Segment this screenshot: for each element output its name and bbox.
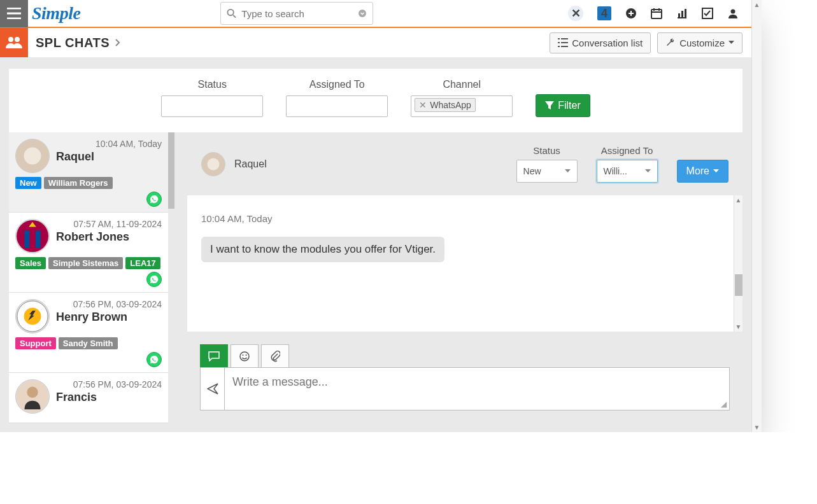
- badge: Sandy Smith: [59, 337, 118, 349]
- whatsapp-icon: [146, 272, 162, 287]
- global-search: [220, 2, 373, 25]
- chat-item[interactable]: 10:04 AM, Today Raquel NewWilliam Rogers: [9, 132, 168, 213]
- app-x-icon[interactable]: ✕: [568, 6, 583, 21]
- conv-assigned-col: Assigned To Willi...: [597, 145, 658, 183]
- badge: Support: [15, 337, 56, 349]
- svg-point-24: [243, 354, 244, 356]
- compose-tabs: [200, 344, 730, 367]
- channel-chip[interactable]: ✕ WhatsApp: [415, 98, 476, 112]
- channel-input[interactable]: ✕ WhatsApp: [411, 95, 513, 117]
- compose-tab-message[interactable]: [200, 344, 228, 367]
- avatar: [15, 219, 50, 253]
- conversation-body: 10:04 AM, Today I want to know the modul…: [187, 195, 742, 332]
- badge: Simple Sistemas: [48, 257, 123, 269]
- svg-point-9: [8, 37, 13, 42]
- compose-tab-attach[interactable]: [261, 344, 289, 367]
- content-area: Status Assigned To Channel ✕ WhatsApp Fi…: [0, 57, 751, 432]
- search-icon: [227, 9, 236, 18]
- list-icon: [558, 38, 568, 47]
- send-icon: [207, 383, 218, 395]
- calendar-icon[interactable]: [651, 8, 662, 19]
- whatsapp-icon: [146, 352, 162, 367]
- checkbox-icon[interactable]: [702, 8, 713, 19]
- chat-time: 07:57 AM, 11-09-2024: [56, 219, 162, 229]
- conversation-name: Raquel: [234, 158, 267, 170]
- customize-button[interactable]: Customize: [657, 32, 742, 53]
- chat-time: 07:56 PM, 03-09-2024: [56, 299, 162, 309]
- compose-tab-emoji[interactable]: [231, 344, 259, 367]
- message-time: 10:04 AM, Today: [201, 213, 728, 224]
- conv-status-select[interactable]: New: [516, 160, 578, 183]
- logo[interactable]: Simple: [28, 3, 87, 24]
- avatar: [15, 299, 50, 333]
- status-input[interactable]: [161, 95, 263, 117]
- badge: William Rogers: [44, 177, 113, 189]
- conv-assigned-label: Assigned To: [601, 145, 653, 156]
- module-bar: SPL CHATS Conversation list Customize: [0, 28, 751, 57]
- search-dropdown-icon[interactable]: [358, 9, 367, 18]
- badges: SalesSimple SistemasLEA17: [15, 257, 162, 269]
- search-input[interactable]: [220, 2, 373, 25]
- conv-assigned-select[interactable]: Willi...: [597, 160, 658, 183]
- module-icon[interactable]: [0, 28, 28, 57]
- menu-hamburger[interactable]: [0, 0, 28, 27]
- chat-item[interactable]: 07:57 AM, 11-09-2024 Robert Jones SalesS…: [9, 213, 168, 293]
- message-bubble: I want to know the modules you offer for…: [201, 237, 444, 262]
- svg-point-1: [359, 10, 366, 17]
- page-title[interactable]: SPL CHATS: [36, 36, 121, 50]
- caret-down-icon: [645, 169, 651, 173]
- assigned-input[interactable]: [286, 95, 388, 117]
- chat-name: Francis: [56, 391, 162, 404]
- notification-count[interactable]: 4: [597, 6, 611, 20]
- compose-input[interactable]: [225, 368, 718, 410]
- svg-point-25: [246, 354, 247, 356]
- more-button[interactable]: More: [677, 160, 728, 183]
- svg-rect-14: [24, 230, 29, 248]
- conversation-panel: Raquel Status New Assigned To: [187, 132, 742, 423]
- chat-item[interactable]: 07:56 PM, 03-09-2024 Henry Brown Support…: [9, 293, 168, 373]
- svg-point-22: [208, 158, 220, 170]
- conversation-list-button[interactable]: Conversation list: [550, 32, 651, 53]
- badges: SupportSandy Smith: [15, 337, 162, 349]
- avatar: [15, 379, 50, 414]
- svg-rect-15: [36, 230, 41, 248]
- svg-point-12: [24, 148, 41, 165]
- user-icon[interactable]: [727, 8, 739, 19]
- channel-label: Channel: [443, 79, 481, 90]
- resize-handle[interactable]: ◢: [718, 398, 729, 410]
- chat-list: 10:04 AM, Today Raquel NewWilliam Rogers…: [9, 132, 168, 423]
- caret-down-icon: [565, 169, 571, 173]
- chat-time: 07:56 PM, 03-09-2024: [56, 379, 162, 389]
- conv-status-label: Status: [533, 145, 560, 156]
- svg-rect-4: [678, 13, 680, 18]
- status-label: Status: [198, 79, 227, 90]
- avatar: [15, 139, 50, 173]
- svg-point-23: [240, 352, 249, 361]
- chat-name: Robert Jones: [56, 230, 162, 244]
- main-row: 10:04 AM, Today Raquel NewWilliam Rogers…: [0, 132, 751, 432]
- svg-rect-3: [651, 10, 662, 18]
- send-button[interactable]: [201, 368, 225, 410]
- filter-button[interactable]: Filter: [536, 94, 590, 117]
- svg-point-0: [228, 10, 234, 15]
- topbar-actions: ✕ 4: [568, 6, 751, 21]
- hamburger-icon: [7, 8, 21, 19]
- caret-down-icon: [728, 41, 734, 45]
- compose-box: ◢: [200, 367, 730, 410]
- remove-chip-icon[interactable]: ✕: [419, 100, 427, 110]
- logo-text: Simple: [32, 3, 80, 24]
- svg-point-8: [731, 10, 735, 14]
- chat-item[interactable]: 07:56 PM, 03-09-2024 Francis: [9, 373, 168, 423]
- filter-channel: Channel ✕ WhatsApp: [411, 79, 513, 117]
- chat-list-scrollbar[interactable]: [168, 132, 174, 423]
- filter-row: Status Assigned To Channel ✕ WhatsApp Fi…: [9, 69, 742, 132]
- chart-icon[interactable]: [676, 8, 688, 19]
- wrench-icon: [665, 38, 676, 48]
- window-scrollbar[interactable]: ▲ ▼: [751, 0, 762, 432]
- whatsapp-icon: [146, 192, 162, 207]
- conversation-scrollbar[interactable]: ▲ ▼: [734, 195, 742, 332]
- filter-status: Status: [161, 79, 263, 117]
- svg-point-20: [27, 387, 38, 398]
- plus-icon[interactable]: [625, 8, 637, 19]
- funnel-icon: [545, 101, 554, 110]
